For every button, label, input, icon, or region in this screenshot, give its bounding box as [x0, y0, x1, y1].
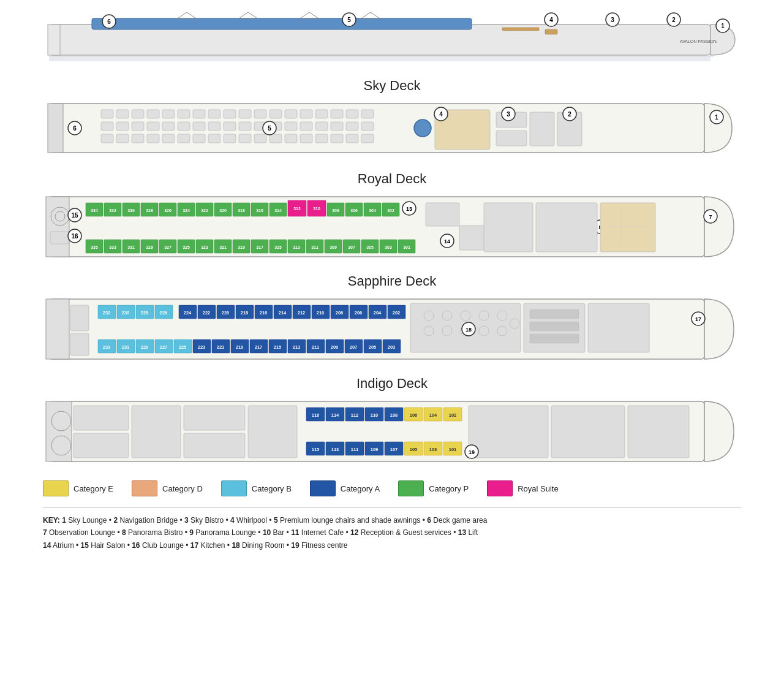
svg-text:224: 224	[184, 310, 192, 316]
svg-rect-193	[426, 203, 459, 226]
svg-rect-32	[193, 110, 205, 118]
legend-box-p	[398, 480, 424, 496]
key-item-9: 9 Panorama Lounge	[189, 528, 256, 537]
svg-text:313: 313	[293, 245, 300, 249]
svg-rect-36	[254, 110, 266, 118]
svg-text:6: 6	[73, 125, 77, 132]
svg-rect-194	[459, 226, 487, 250]
svg-text:103: 103	[429, 447, 437, 452]
legend-box-a	[310, 480, 336, 496]
svg-text:211: 211	[312, 344, 320, 350]
legend-label-royal: Royal Suite	[518, 484, 558, 493]
svg-text:218: 218	[241, 310, 249, 316]
svg-rect-83	[530, 112, 554, 146]
svg-rect-201	[46, 299, 69, 359]
svg-text:322: 322	[201, 208, 208, 213]
key-item-8: 8 Panorama Bistro	[122, 528, 183, 537]
legend-label-b: Category B	[252, 484, 292, 493]
sapphire-deck-diagram: 232 230 228 226 224 222 220 218 216 214 …	[43, 294, 741, 365]
svg-text:14: 14	[444, 238, 450, 245]
svg-rect-43	[361, 110, 374, 118]
svg-rect-40	[315, 110, 328, 118]
svg-rect-64	[132, 134, 144, 143]
svg-rect-68	[193, 134, 205, 143]
svg-text:1: 1	[715, 114, 718, 121]
svg-rect-294	[74, 433, 129, 458]
svg-text:115: 115	[312, 447, 320, 452]
svg-text:AVALON PASSION: AVALON PASSION	[680, 39, 717, 44]
svg-rect-48	[162, 122, 175, 131]
svg-rect-82	[496, 131, 527, 146]
svg-text:107: 107	[390, 447, 398, 452]
svg-text:333: 333	[109, 245, 116, 249]
svg-rect-281	[530, 309, 579, 319]
svg-rect-79	[361, 134, 374, 143]
svg-text:215: 215	[274, 344, 282, 350]
legend-box-b	[221, 480, 247, 496]
svg-text:212: 212	[298, 310, 306, 316]
key-item-6: 6 Deck game area	[427, 516, 487, 525]
svg-text:101: 101	[449, 447, 457, 452]
svg-rect-331	[469, 406, 548, 458]
svg-text:327: 327	[164, 245, 172, 249]
svg-rect-195	[484, 203, 533, 252]
svg-rect-33	[208, 110, 221, 118]
svg-rect-61	[361, 122, 374, 131]
svg-text:335: 335	[91, 245, 98, 249]
legend-box-d	[132, 480, 157, 496]
svg-rect-70	[224, 134, 236, 143]
key-item-16: 16 Club Lounge	[132, 541, 184, 550]
svg-text:220: 220	[222, 310, 230, 316]
svg-rect-23	[49, 56, 710, 61]
svg-rect-65	[147, 134, 159, 143]
top-ship-exterior: 6 5 4 3 2 1 AVALON PASSION	[43, 12, 741, 67]
svg-text:106: 106	[410, 412, 418, 418]
svg-rect-58	[315, 122, 328, 131]
key-item-4: 4 Whirlpool	[230, 516, 267, 525]
svg-rect-295	[132, 406, 181, 458]
svg-rect-333	[628, 406, 689, 458]
svg-rect-42	[346, 110, 358, 118]
key-item-10: 10 Bar	[263, 528, 284, 537]
svg-rect-78	[346, 134, 358, 143]
svg-text:5: 5	[268, 125, 271, 132]
svg-rect-46	[132, 122, 144, 131]
key-item-13: 13 Lift	[458, 528, 478, 537]
svg-text:331: 331	[127, 245, 135, 249]
svg-text:18: 18	[466, 327, 472, 333]
svg-text:309: 309	[330, 245, 337, 249]
svg-text:219: 219	[236, 344, 244, 350]
svg-text:1: 1	[721, 23, 725, 29]
svg-text:225: 225	[179, 344, 187, 350]
svg-rect-1	[48, 25, 60, 55]
svg-rect-69	[208, 134, 221, 143]
svg-text:112: 112	[351, 412, 359, 418]
legend-label-p: Category P	[429, 484, 469, 493]
svg-text:109: 109	[371, 447, 379, 452]
svg-text:204: 204	[374, 310, 382, 316]
svg-text:202: 202	[393, 310, 401, 316]
svg-text:312: 312	[293, 207, 301, 211]
svg-point-85	[414, 119, 431, 137]
svg-text:305: 305	[366, 245, 374, 249]
svg-text:3: 3	[507, 111, 510, 118]
svg-text:6: 6	[107, 18, 111, 25]
svg-text:302: 302	[387, 208, 394, 213]
key-item-2: 2 Navigation Bridge	[113, 516, 178, 525]
svg-text:329: 329	[146, 245, 153, 249]
key-line-3: 14 Atrium • 15 Hair Salon • 16 Club Loun…	[43, 539, 741, 552]
svg-rect-59	[331, 122, 343, 131]
key-item-1: 1 Sky Lounge	[62, 516, 107, 525]
svg-text:229: 229	[141, 344, 149, 350]
legend-royal-suite: Royal Suite	[487, 480, 558, 496]
svg-rect-26	[101, 110, 113, 118]
svg-text:102: 102	[449, 412, 457, 418]
svg-marker-6	[361, 12, 380, 18]
svg-rect-75	[300, 134, 312, 143]
svg-rect-63	[116, 134, 129, 143]
svg-rect-50	[193, 122, 205, 131]
svg-rect-35	[239, 110, 251, 118]
svg-rect-284	[588, 303, 649, 352]
svg-text:207: 207	[350, 344, 358, 350]
svg-rect-73	[270, 134, 282, 143]
